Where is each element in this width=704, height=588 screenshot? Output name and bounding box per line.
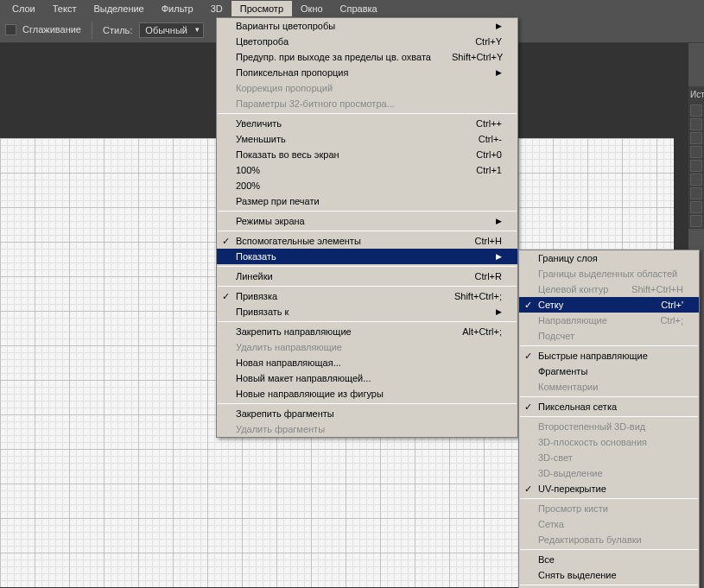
menu-item-label: Все: [538, 554, 555, 565]
checkbox-icon: [5, 24, 16, 35]
menu-item: 3D-выделение: [519, 465, 699, 481]
menu-item: Комментарии: [519, 379, 699, 395]
panel-slot[interactable]: [690, 132, 702, 144]
menu-item[interactable]: Показать▶: [217, 249, 517, 264]
menu-item[interactable]: ✓UV-перекрытие: [519, 481, 699, 496]
panel-slot[interactable]: [690, 160, 702, 172]
menu-item-label: Попиксельная пропорция: [236, 67, 348, 78]
menu-separator: [520, 416, 698, 417]
menu-item-label: Второстепенный 3D-вид: [538, 421, 645, 432]
menu-separator: [218, 231, 517, 231]
menubar-item-фильтр[interactable]: Фильтр: [153, 1, 202, 16]
history-tab[interactable]: Ист: [688, 86, 704, 103]
menubar-item-просмотр[interactable]: Просмотр: [231, 1, 292, 16]
menu-item[interactable]: Варианты цветопробы▶: [217, 18, 517, 34]
menu-item-label: Направляющие: [538, 315, 607, 326]
panel-slot[interactable]: [690, 187, 702, 199]
menu-item[interactable]: ✓ПривязкаShift+Ctrl+;: [217, 288, 517, 304]
style-dropdown[interactable]: Обычный: [139, 22, 204, 38]
menu-item: Сетка: [519, 516, 699, 532]
menu-separator: [520, 498, 698, 499]
menu-item: 3D-плоскость основания: [519, 434, 699, 450]
menu-shortcut: Ctrl+-: [458, 134, 502, 144]
submenu-arrow-icon: ▶: [475, 22, 502, 30]
menu-item[interactable]: Фрагменты: [519, 364, 699, 379]
menu-item[interactable]: ✓Быстрые направляющие: [519, 348, 699, 364]
menu-shortcut: Shift+Ctrl+Y: [431, 52, 503, 62]
menu-separator: [520, 396, 698, 397]
menubar-item-выделение[interactable]: Выделение: [85, 1, 152, 16]
menu-item-label: Уменьшить: [236, 134, 286, 144]
menu-item: Удалить фрагменты: [217, 421, 517, 437]
menu-separator: [218, 321, 517, 322]
menu-item[interactable]: Снять выделение: [519, 567, 699, 583]
menu-item-label: Новые направляющие из фигуры: [236, 389, 384, 399]
menu-item[interactable]: Все: [519, 552, 699, 567]
menu-item[interactable]: Показать во весь экранCtrl+0: [217, 147, 517, 162]
menu-item[interactable]: 200%: [217, 178, 517, 193]
menu-shortcut: Ctrl+1: [455, 165, 502, 175]
menu-item[interactable]: ЦветопробаCtrl+Y: [217, 34, 517, 49]
menubar-item-окно[interactable]: Окно: [292, 1, 332, 16]
menu-item[interactable]: Размер при печати: [217, 193, 517, 209]
menu-item[interactable]: Закрепить фрагменты: [217, 406, 517, 421]
menu-item: Коррекция пропорций: [217, 80, 517, 96]
menu-item[interactable]: Закрепить направляющиеAlt+Ctrl+;: [217, 324, 517, 339]
menu-item-label: Сетку: [538, 300, 563, 310]
menu-item[interactable]: ✓Вспомогательные элементыCtrl+H: [217, 233, 517, 249]
menu-shortcut: Alt+Ctrl+;: [441, 326, 502, 337]
menu-item[interactable]: Новая направляющая...: [217, 355, 517, 370]
menu-item-label: Режимы экрана: [236, 216, 305, 226]
menu-item[interactable]: Попиксельная пропорция▶: [217, 65, 517, 80]
panel-slot[interactable]: [690, 146, 702, 158]
menu-item[interactable]: УменьшитьCtrl+-: [217, 131, 517, 147]
menu-item[interactable]: ✓СеткуCtrl+': [519, 297, 699, 313]
submenu-arrow-icon: ▶: [475, 307, 502, 316]
menu-item[interactable]: 100%Ctrl+1: [217, 162, 517, 178]
menu-item[interactable]: УвеличитьCtrl++: [217, 116, 517, 131]
smoothing-label: Сглаживание: [22, 24, 81, 35]
menu-item-label: Показать: [236, 251, 276, 262]
menu-item-label: 3D-выделение: [538, 468, 603, 478]
check-icon: ✓: [524, 401, 532, 413]
menubar-item-текст[interactable]: Текст: [44, 1, 86, 16]
panel-slot[interactable]: [690, 215, 702, 227]
menubar-item-слои[interactable]: Слои: [3, 1, 44, 16]
menubar-item-справка[interactable]: Справка: [332, 1, 386, 16]
panel-slot[interactable]: [690, 201, 702, 213]
menu-item[interactable]: ✓Пиксельная сетка: [519, 399, 699, 414]
panel-slot[interactable]: [690, 118, 702, 130]
menu-item-label: Границу слоя: [538, 253, 598, 263]
menu-shortcut: Shift+Ctrl+H: [611, 284, 683, 294]
menu-item[interactable]: Режимы экрана▶: [217, 213, 517, 229]
menu-shortcut: Shift+Ctrl+;: [434, 291, 502, 301]
menu-item: Удалить направляющие: [217, 339, 517, 355]
style-value: Обычный: [145, 25, 187, 35]
menu-item[interactable]: Предупр. при выходе за пределы цв. охват…: [217, 49, 517, 65]
menu-item[interactable]: Привязать к▶: [217, 304, 517, 319]
view-menu: Варианты цветопробы▶ЦветопробаCtrl+YПред…: [216, 17, 518, 438]
menu-item[interactable]: Новый макет направляющей...: [217, 370, 517, 386]
menu-item: НаправляющиеCtrl+;: [519, 313, 699, 328]
menu-item-label: Комментарии: [538, 382, 598, 392]
menu-item-label: Параметры 32-битного просмотра...: [236, 98, 395, 109]
panel-slot[interactable]: [690, 104, 702, 117]
panel-slot[interactable]: [690, 174, 702, 186]
style-label: Стиль:: [103, 25, 132, 35]
smoothing-checkbox-wrap[interactable]: Сглаживание: [5, 24, 81, 36]
menubar-item-3d[interactable]: 3D: [202, 1, 231, 16]
menu-item-label: Привязать к: [236, 307, 289, 317]
menu-item-label: Коррекция пропорций: [236, 83, 333, 93]
menu-item[interactable]: ЛинейкиCtrl+R: [217, 269, 517, 284]
menu-item[interactable]: Новые направляющие из фигуры: [217, 386, 517, 401]
menu-shortcut: Ctrl+H: [454, 236, 502, 246]
menu-item[interactable]: Границу слоя: [519, 250, 699, 266]
menu-item-label: Закрепить фрагменты: [236, 408, 334, 419]
menu-item-label: Вспомогательные элементы: [236, 236, 361, 246]
check-icon: ✓: [222, 291, 230, 302]
menu-item: Второстепенный 3D-вид: [519, 419, 699, 434]
menu-separator: [520, 549, 698, 550]
menu-item-label: Удалить направляющие: [236, 342, 342, 352]
menu-item-label: Быстрые направляющие: [538, 351, 648, 361]
menu-item-label: Пиксельная сетка: [538, 401, 617, 412]
